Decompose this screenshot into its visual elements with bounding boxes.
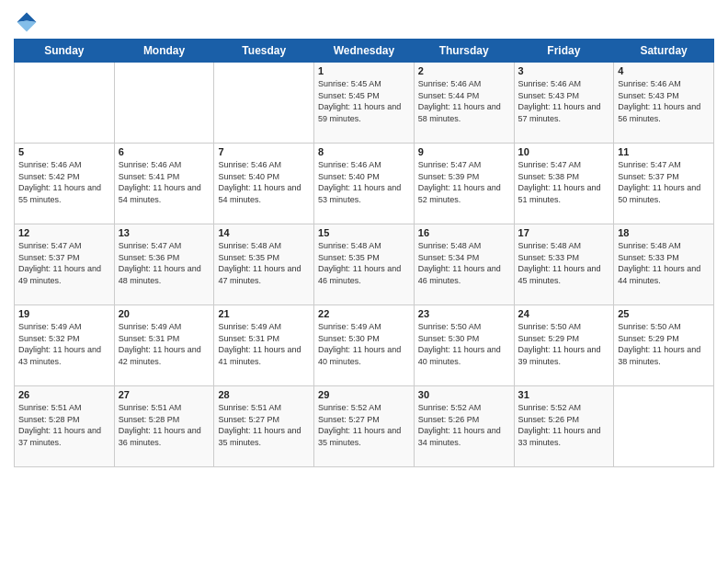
day-number: 21 bbox=[218, 308, 310, 319]
day-number: 8 bbox=[318, 146, 410, 157]
calendar-week-row: 12Sunrise: 5:47 AMSunset: 5:37 PMDayligh… bbox=[15, 224, 714, 305]
day-number: 30 bbox=[418, 389, 510, 400]
calendar-day-cell: 31Sunrise: 5:52 AMSunset: 5:26 PMDayligh… bbox=[514, 386, 614, 467]
calendar-day-cell: 15Sunrise: 5:48 AMSunset: 5:35 PMDayligh… bbox=[314, 224, 415, 305]
day-number: 25 bbox=[618, 308, 710, 319]
logo bbox=[14, 9, 43, 35]
weekday-header: Thursday bbox=[414, 40, 514, 63]
day-info: Sunrise: 5:52 AMSunset: 5:27 PMDaylight:… bbox=[318, 402, 410, 448]
day-info: Sunrise: 5:49 AMSunset: 5:31 PMDaylight:… bbox=[218, 321, 310, 367]
day-number: 28 bbox=[218, 389, 310, 400]
day-info: Sunrise: 5:47 AMSunset: 5:36 PMDaylight:… bbox=[119, 240, 210, 286]
day-info: Sunrise: 5:48 AMSunset: 5:35 PMDaylight:… bbox=[218, 240, 310, 286]
day-number: 1 bbox=[318, 65, 410, 76]
day-number: 31 bbox=[518, 389, 610, 400]
calendar-day-cell: 17Sunrise: 5:48 AMSunset: 5:33 PMDayligh… bbox=[514, 224, 614, 305]
page-container: SundayMondayTuesdayWednesdayThursdayFrid… bbox=[0, 0, 728, 477]
calendar-day-cell: 27Sunrise: 5:51 AMSunset: 5:28 PMDayligh… bbox=[114, 386, 214, 467]
calendar-table: SundayMondayTuesdayWednesdayThursdayFrid… bbox=[14, 39, 714, 467]
weekday-header: Tuesday bbox=[214, 40, 314, 63]
calendar-day-cell bbox=[15, 63, 115, 144]
weekday-header: Friday bbox=[514, 40, 614, 63]
calendar-day-cell: 21Sunrise: 5:49 AMSunset: 5:31 PMDayligh… bbox=[214, 305, 314, 386]
calendar-day-cell: 1Sunrise: 5:45 AMSunset: 5:45 PMDaylight… bbox=[314, 63, 415, 144]
calendar-day-cell: 5Sunrise: 5:46 AMSunset: 5:42 PMDaylight… bbox=[15, 144, 115, 224]
day-number: 3 bbox=[518, 65, 610, 76]
svg-marker-0 bbox=[17, 13, 37, 23]
calendar-day-cell: 12Sunrise: 5:47 AMSunset: 5:37 PMDayligh… bbox=[15, 224, 115, 305]
calendar-day-cell: 28Sunrise: 5:51 AMSunset: 5:27 PMDayligh… bbox=[214, 386, 314, 467]
day-info: Sunrise: 5:50 AMSunset: 5:30 PMDaylight:… bbox=[418, 321, 510, 367]
calendar-day-cell: 8Sunrise: 5:46 AMSunset: 5:40 PMDaylight… bbox=[314, 144, 415, 224]
day-number: 6 bbox=[119, 146, 210, 157]
day-info: Sunrise: 5:46 AMSunset: 5:42 PMDaylight:… bbox=[18, 159, 110, 205]
day-number: 17 bbox=[518, 227, 610, 238]
svg-marker-1 bbox=[17, 21, 37, 32]
calendar-day-cell: 23Sunrise: 5:50 AMSunset: 5:30 PMDayligh… bbox=[414, 305, 514, 386]
calendar-day-cell: 14Sunrise: 5:48 AMSunset: 5:35 PMDayligh… bbox=[214, 224, 314, 305]
day-info: Sunrise: 5:46 AMSunset: 5:41 PMDaylight:… bbox=[119, 159, 210, 205]
calendar-day-cell: 16Sunrise: 5:48 AMSunset: 5:34 PMDayligh… bbox=[414, 224, 514, 305]
day-number: 7 bbox=[218, 146, 310, 157]
day-info: Sunrise: 5:51 AMSunset: 5:28 PMDaylight:… bbox=[119, 402, 210, 448]
day-info: Sunrise: 5:48 AMSunset: 5:33 PMDaylight:… bbox=[618, 240, 710, 286]
day-info: Sunrise: 5:52 AMSunset: 5:26 PMDaylight:… bbox=[518, 402, 610, 448]
day-info: Sunrise: 5:46 AMSunset: 5:43 PMDaylight:… bbox=[518, 78, 610, 124]
calendar-week-row: 5Sunrise: 5:46 AMSunset: 5:42 PMDaylight… bbox=[15, 144, 714, 224]
day-number: 2 bbox=[418, 65, 510, 76]
calendar-day-cell: 18Sunrise: 5:48 AMSunset: 5:33 PMDayligh… bbox=[614, 224, 714, 305]
calendar-day-cell: 30Sunrise: 5:52 AMSunset: 5:26 PMDayligh… bbox=[414, 386, 514, 467]
day-info: Sunrise: 5:49 AMSunset: 5:31 PMDaylight:… bbox=[119, 321, 210, 367]
day-info: Sunrise: 5:47 AMSunset: 5:37 PMDaylight:… bbox=[18, 240, 110, 286]
header bbox=[14, 9, 714, 35]
calendar-week-row: 26Sunrise: 5:51 AMSunset: 5:28 PMDayligh… bbox=[15, 386, 714, 467]
calendar-day-cell: 7Sunrise: 5:46 AMSunset: 5:40 PMDaylight… bbox=[214, 144, 314, 224]
day-number: 27 bbox=[119, 389, 210, 400]
day-number: 11 bbox=[618, 146, 710, 157]
day-info: Sunrise: 5:47 AMSunset: 5:37 PMDaylight:… bbox=[618, 159, 710, 205]
day-number: 12 bbox=[18, 227, 110, 238]
day-number: 22 bbox=[318, 308, 410, 319]
weekday-header-row: SundayMondayTuesdayWednesdayThursdayFrid… bbox=[15, 40, 714, 63]
calendar-day-cell bbox=[114, 63, 214, 144]
day-number: 4 bbox=[618, 65, 710, 76]
day-number: 10 bbox=[518, 146, 610, 157]
day-number: 18 bbox=[618, 227, 710, 238]
calendar-day-cell: 3Sunrise: 5:46 AMSunset: 5:43 PMDaylight… bbox=[514, 63, 614, 144]
day-number: 16 bbox=[418, 227, 510, 238]
calendar-day-cell: 10Sunrise: 5:47 AMSunset: 5:38 PMDayligh… bbox=[514, 144, 614, 224]
day-info: Sunrise: 5:46 AMSunset: 5:44 PMDaylight:… bbox=[418, 78, 510, 124]
day-info: Sunrise: 5:51 AMSunset: 5:28 PMDaylight:… bbox=[18, 402, 110, 448]
day-info: Sunrise: 5:51 AMSunset: 5:27 PMDaylight:… bbox=[218, 402, 310, 448]
calendar-day-cell: 6Sunrise: 5:46 AMSunset: 5:41 PMDaylight… bbox=[114, 144, 214, 224]
day-info: Sunrise: 5:47 AMSunset: 5:38 PMDaylight:… bbox=[518, 159, 610, 205]
day-number: 13 bbox=[119, 227, 210, 238]
day-info: Sunrise: 5:49 AMSunset: 5:30 PMDaylight:… bbox=[318, 321, 410, 367]
calendar-day-cell: 24Sunrise: 5:50 AMSunset: 5:29 PMDayligh… bbox=[514, 305, 614, 386]
calendar-day-cell: 9Sunrise: 5:47 AMSunset: 5:39 PMDaylight… bbox=[414, 144, 514, 224]
calendar-day-cell: 20Sunrise: 5:49 AMSunset: 5:31 PMDayligh… bbox=[114, 305, 214, 386]
day-number: 24 bbox=[518, 308, 610, 319]
weekday-header: Sunday bbox=[15, 40, 115, 63]
weekday-header: Saturday bbox=[614, 40, 714, 63]
calendar-day-cell: 4Sunrise: 5:46 AMSunset: 5:43 PMDaylight… bbox=[614, 63, 714, 144]
day-number: 20 bbox=[119, 308, 210, 319]
day-info: Sunrise: 5:48 AMSunset: 5:33 PMDaylight:… bbox=[518, 240, 610, 286]
calendar-day-cell: 25Sunrise: 5:50 AMSunset: 5:29 PMDayligh… bbox=[614, 305, 714, 386]
calendar-week-row: 19Sunrise: 5:49 AMSunset: 5:32 PMDayligh… bbox=[15, 305, 714, 386]
weekday-header: Wednesday bbox=[314, 40, 415, 63]
day-number: 14 bbox=[218, 227, 310, 238]
calendar-day-cell: 11Sunrise: 5:47 AMSunset: 5:37 PMDayligh… bbox=[614, 144, 714, 224]
calendar-day-cell bbox=[214, 63, 314, 144]
day-number: 5 bbox=[18, 146, 110, 157]
day-info: Sunrise: 5:47 AMSunset: 5:39 PMDaylight:… bbox=[418, 159, 510, 205]
calendar-day-cell: 2Sunrise: 5:46 AMSunset: 5:44 PMDaylight… bbox=[414, 63, 514, 144]
day-info: Sunrise: 5:50 AMSunset: 5:29 PMDaylight:… bbox=[618, 321, 710, 367]
day-number: 15 bbox=[318, 227, 410, 238]
calendar-day-cell: 26Sunrise: 5:51 AMSunset: 5:28 PMDayligh… bbox=[15, 386, 115, 467]
calendar-day-cell: 22Sunrise: 5:49 AMSunset: 5:30 PMDayligh… bbox=[314, 305, 415, 386]
day-info: Sunrise: 5:49 AMSunset: 5:32 PMDaylight:… bbox=[18, 321, 110, 367]
day-number: 23 bbox=[418, 308, 510, 319]
day-info: Sunrise: 5:52 AMSunset: 5:26 PMDaylight:… bbox=[418, 402, 510, 448]
calendar-week-row: 1Sunrise: 5:45 AMSunset: 5:45 PMDaylight… bbox=[15, 63, 714, 144]
